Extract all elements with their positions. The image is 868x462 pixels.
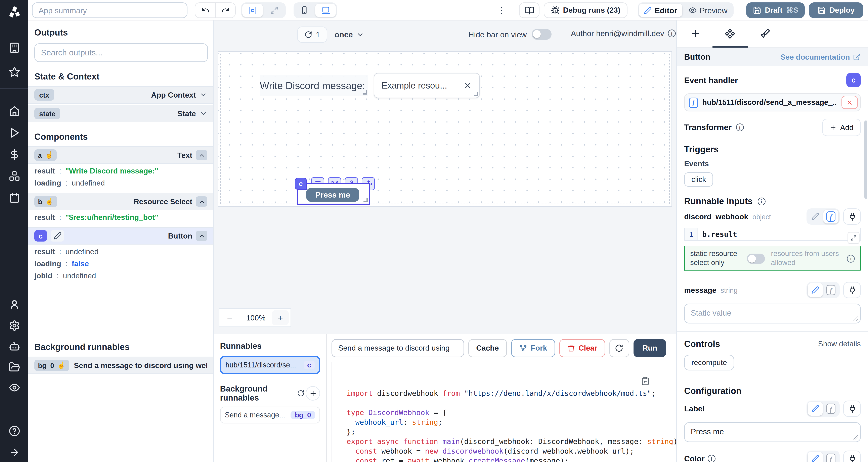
refresh-count-button[interactable]: 1 bbox=[297, 27, 327, 43]
resize-handle[interactable] bbox=[363, 90, 367, 95]
home-icon[interactable] bbox=[8, 105, 20, 117]
tab-preview[interactable]: Preview bbox=[683, 4, 733, 17]
variables-icon[interactable] bbox=[8, 149, 20, 160]
info-icon[interactable]: i bbox=[757, 197, 765, 205]
collapse-button[interactable] bbox=[196, 150, 207, 160]
press-me-button[interactable]: Press me bbox=[306, 188, 359, 202]
button-component-selected[interactable]: Press me bbox=[297, 183, 370, 205]
label-value-input[interactable]: Press me bbox=[684, 422, 861, 442]
favorites-star-icon[interactable] bbox=[8, 66, 20, 78]
fullwidth-button[interactable] bbox=[264, 4, 284, 17]
schedules-icon[interactable] bbox=[8, 192, 20, 204]
windmill-logo[interactable] bbox=[6, 5, 22, 21]
chevron-down-icon[interactable] bbox=[199, 110, 207, 118]
deploy-button[interactable]: Deploy bbox=[809, 2, 863, 18]
static-mode-pencil-button[interactable] bbox=[808, 209, 823, 224]
info-icon[interactable]: i bbox=[668, 30, 676, 37]
desktop-view-button[interactable] bbox=[315, 4, 336, 17]
reload-button[interactable] bbox=[610, 339, 629, 357]
pencil-icon[interactable] bbox=[51, 230, 64, 241]
panel-scrollbar[interactable] bbox=[864, 121, 867, 199]
static-mode-pencil-button[interactable] bbox=[808, 283, 823, 297]
remove-handler-button[interactable] bbox=[841, 96, 858, 109]
hide-bar-toggle[interactable] bbox=[531, 29, 551, 40]
code-editor[interactable]: import discordwebhook from "https://deno… bbox=[332, 362, 676, 462]
fork-button[interactable]: Fork bbox=[511, 339, 555, 357]
eval-mode-button[interactable]: f bbox=[824, 452, 838, 462]
show-details-link[interactable]: Show details bbox=[818, 340, 861, 348]
background-runnable-row[interactable]: bg_0☝ Send a message to discord using we… bbox=[28, 357, 213, 374]
interval-dropdown[interactable]: once bbox=[335, 27, 364, 43]
undo-button[interactable] bbox=[195, 3, 215, 18]
redo-button[interactable] bbox=[215, 3, 235, 18]
center-align-button[interactable] bbox=[242, 4, 263, 17]
resource-select-component[interactable]: Example resou... bbox=[374, 73, 480, 98]
apps-icon[interactable] bbox=[8, 42, 20, 54]
info-icon[interactable]: i bbox=[708, 455, 715, 462]
resources-icon[interactable] bbox=[8, 170, 20, 182]
eval-mode-button[interactable]: f bbox=[824, 209, 838, 224]
copy-code-icon[interactable] bbox=[641, 376, 650, 386]
collapse-arrow-icon[interactable] bbox=[9, 447, 20, 458]
message-static-value-input[interactable]: Static value bbox=[684, 304, 861, 324]
help-icon[interactable] bbox=[8, 425, 20, 437]
cache-button[interactable]: Cache bbox=[468, 339, 507, 357]
connect-plug-button[interactable] bbox=[843, 208, 861, 225]
output-row-ctx[interactable]: ctx App Context bbox=[28, 86, 213, 104]
info-icon[interactable]: i bbox=[736, 124, 744, 131]
connect-plug-button[interactable] bbox=[843, 451, 861, 462]
draft-button[interactable]: Draft ⌘S bbox=[746, 2, 805, 18]
app-canvas[interactable]: Write Discord message: Example resou... … bbox=[218, 51, 672, 207]
static-mode-pencil-button[interactable] bbox=[808, 452, 823, 462]
component-row-a[interactable]: a☝ Text bbox=[28, 146, 213, 164]
tab-editor[interactable]: Editor bbox=[639, 4, 682, 17]
info-icon[interactable]: i bbox=[847, 255, 855, 262]
recompute-button[interactable]: recompute bbox=[684, 355, 734, 370]
tab-insert-plus-icon[interactable] bbox=[690, 28, 701, 38]
resize-handle[interactable] bbox=[364, 198, 368, 202]
more-menu-icon[interactable]: ⋮ bbox=[497, 5, 506, 16]
collapse-button[interactable] bbox=[196, 231, 207, 241]
add-background-runnable-button[interactable] bbox=[306, 386, 320, 401]
app-summary-input[interactable] bbox=[32, 2, 187, 18]
clear-selection-icon[interactable] bbox=[464, 81, 472, 90]
mobile-view-button[interactable] bbox=[295, 4, 314, 17]
resize-handle[interactable] bbox=[854, 435, 858, 440]
background-runnable-item[interactable]: Send a message... bg_0 bbox=[220, 406, 320, 424]
clear-button[interactable]: Clear bbox=[559, 339, 605, 357]
eval-mode-button[interactable]: f bbox=[824, 283, 838, 297]
output-row-state[interactable]: state State bbox=[28, 105, 213, 122]
folders-icon[interactable] bbox=[8, 361, 20, 373]
runnable-item-selected[interactable]: hub/1511/discord/se... c bbox=[220, 356, 320, 374]
static-mode-pencil-button[interactable] bbox=[808, 402, 823, 416]
audit-eye-icon[interactable] bbox=[8, 382, 20, 393]
workers-robot-icon[interactable] bbox=[8, 341, 20, 352]
zoom-out-button[interactable]: − bbox=[219, 312, 240, 323]
zoom-in-button[interactable]: + bbox=[272, 310, 289, 325]
expression-editor[interactable]: 1 b.result bbox=[684, 228, 861, 241]
chevron-down-icon[interactable] bbox=[199, 91, 207, 99]
users-icon[interactable] bbox=[8, 299, 20, 310]
settings-gear-icon[interactable] bbox=[8, 320, 20, 331]
text-component[interactable]: Write Discord message: bbox=[260, 75, 368, 96]
tab-styling-brush-icon[interactable] bbox=[760, 28, 770, 38]
component-row-c-selected[interactable]: c Button bbox=[28, 227, 213, 244]
docs-book-button[interactable] bbox=[519, 2, 539, 18]
connect-plug-button[interactable] bbox=[843, 282, 861, 298]
run-button[interactable]: Run bbox=[633, 339, 666, 357]
expand-editor-button[interactable] bbox=[847, 232, 860, 244]
resize-handle[interactable] bbox=[474, 92, 478, 96]
eval-mode-button[interactable]: f bbox=[824, 402, 838, 416]
debug-runs-button[interactable]: Debug runs (23) bbox=[544, 2, 627, 18]
runs-icon[interactable] bbox=[8, 127, 20, 138]
collapse-button[interactable] bbox=[196, 196, 207, 207]
add-transformer-button[interactable]: Add bbox=[822, 119, 861, 136]
search-outputs-input[interactable] bbox=[34, 43, 208, 62]
tab-component-settings-icon[interactable] bbox=[724, 28, 735, 39]
script-name-input[interactable] bbox=[332, 339, 464, 357]
connect-plug-button[interactable] bbox=[843, 401, 861, 417]
component-row-b[interactable]: b☝ Resource Select bbox=[28, 193, 213, 210]
event-handler-runnable[interactable]: f hub/1511/discord/send_a_message_... bbox=[684, 93, 861, 111]
see-documentation-link[interactable]: See documentation bbox=[780, 53, 861, 61]
resize-handle[interactable] bbox=[854, 316, 858, 321]
